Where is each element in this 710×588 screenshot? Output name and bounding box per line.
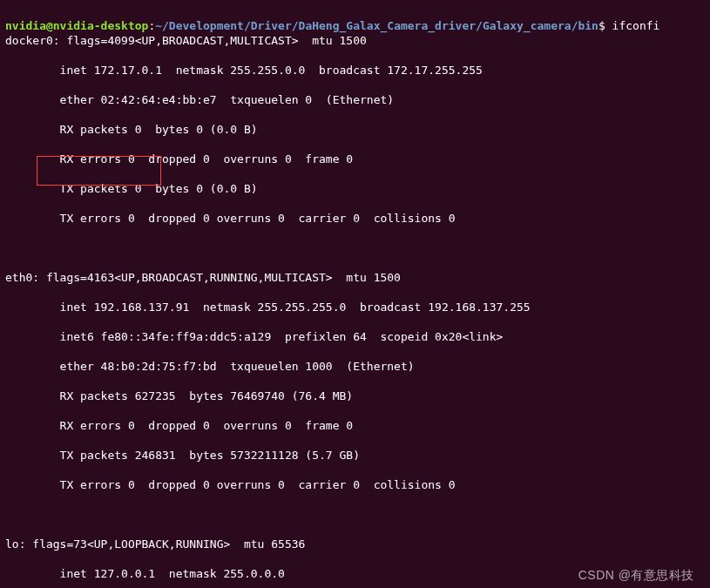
if-block-eth0-head: eth0: flags=4163<UP,BROADCAST,RUNNING,MU… [5,270,705,285]
prompt-sep2: $ [598,19,612,32]
if-line: TX errors 0 dropped 0 overruns 0 carrier… [5,211,705,226]
terminal-output[interactable]: nvidia@nvidia-desktop:~/Development/Driv… [0,0,710,588]
if-line: RX packets 627235 bytes 76469740 (76.4 M… [5,389,705,403]
prompt-path: ~/Development/Driver/DaHeng_Galax_Camera… [155,19,598,32]
if-block-docker0-head: docker0: flags=4099<UP,BROADCAST,MULTICA… [5,33,705,48]
prompt-user: nvidia@nvidia-desktop [5,19,148,32]
watermark-text: CSDN @有意思科技 [578,568,694,583]
if-line: RX errors 0 dropped 0 overruns 0 frame 0 [5,418,705,433]
if-line: RX errors 0 dropped 0 overruns 0 frame 0 [5,152,705,166]
if-line: inet 172.17.0.1 netmask 255.255.0.0 broa… [5,63,705,78]
if-line: inet6 fe80::34fe:ff9a:ddc5:a129 prefixle… [5,329,705,344]
blank-line [5,240,705,255]
if-line: RX packets 0 bytes 0 (0.0 B) [5,122,705,137]
blank-line [5,507,705,522]
command-text: ifconfi [612,19,660,32]
if-line-eth0-inet: inet 192.168.137.91 netmask 255.255.255.… [5,300,705,314]
if-line: ether 48:b0:2d:75:f7:bd txqueuelen 1000 … [5,359,705,374]
if-line: TX errors 0 dropped 0 overruns 0 carrier… [5,477,705,492]
if-line: ether 02:42:64:e4:bb:e7 txqueuelen 0 (Et… [5,92,705,107]
if-line: TX packets 246831 bytes 5732211128 (5.7 … [5,448,705,463]
if-line: TX packets 0 bytes 0 (0.0 B) [5,181,705,196]
if-block-lo-head: lo: flags=73<UP,LOOPBACK,RUNNING> mtu 65… [5,537,705,551]
